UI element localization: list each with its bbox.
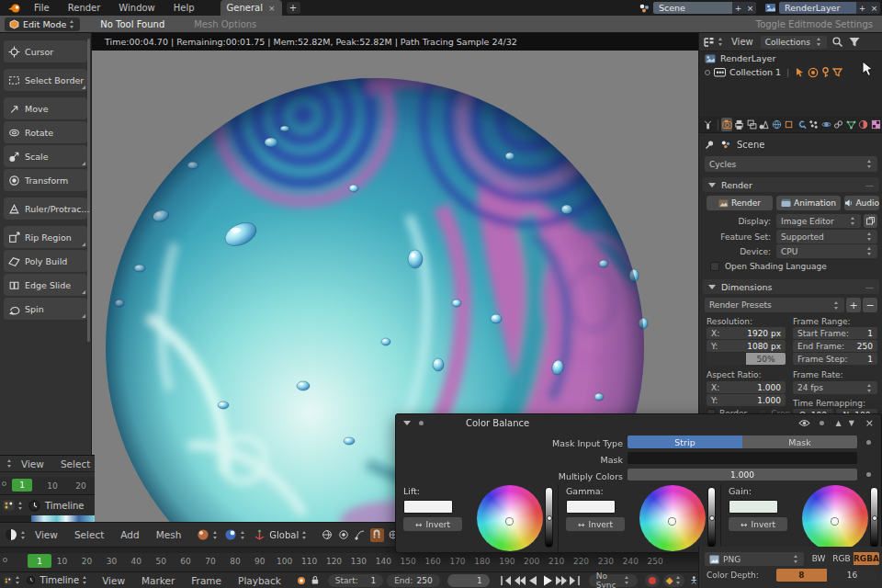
timeline-menu-frame[interactable]: Frame (183, 575, 230, 586)
file-format-dropdown[interactable]: PNG (705, 552, 804, 566)
render-layer-field[interactable]: RenderLayer (779, 2, 856, 14)
mode-selector[interactable]: Edit Mode (5, 17, 80, 31)
play-reverse-button[interactable] (526, 574, 540, 586)
pin-icon[interactable] (705, 140, 715, 150)
magnet-icon[interactable] (370, 528, 384, 542)
armature-icon[interactable] (690, 574, 698, 586)
gain-color-swatch[interactable] (729, 500, 778, 514)
current-frame-field[interactable]: 1 (447, 574, 490, 587)
depth-16-button[interactable]: 16 (827, 569, 877, 582)
resolution-percent-slider[interactable]: 50% (707, 353, 786, 365)
properties-tab-world[interactable] (771, 118, 783, 131)
properties-tab-object[interactable] (783, 118, 795, 131)
mask-input-strip-button[interactable]: Strip (628, 435, 742, 448)
mini-editor-label[interactable]: Timeline (45, 501, 85, 511)
keyframe-dot-icon[interactable] (866, 440, 871, 445)
editor-type-icon[interactable] (4, 575, 12, 586)
chevron-updown-icon[interactable] (82, 576, 88, 584)
gamma-value-slider[interactable] (707, 487, 716, 548)
tool-poly-build[interactable]: Poly Build (4, 250, 87, 272)
aspect-y-field[interactable]: Y:1.000 (707, 394, 786, 406)
display-dropdown[interactable]: Image Editor (776, 214, 861, 228)
bw-button[interactable]: BW (808, 552, 830, 565)
lift-invert-button[interactable]: ↔Invert (403, 517, 462, 531)
properties-tab-scene[interactable] (758, 118, 770, 131)
viewpoint-icon[interactable] (224, 528, 237, 541)
tool-edge-slide[interactable]: Edge Slide (4, 274, 87, 296)
multiply-colors-slider[interactable]: 1.000 (628, 469, 857, 481)
osl-checkbox[interactable] (710, 262, 719, 271)
shading-mode-icon[interactable] (197, 528, 209, 541)
dimensions-panel-header[interactable]: Dimensions — (703, 279, 879, 294)
sync-dropdown[interactable]: No Sync (589, 574, 638, 587)
timeline-menu-view[interactable]: View (94, 575, 133, 586)
holdout-key-icon[interactable] (821, 67, 830, 78)
breadcrumb-scene-label[interactable]: Scene (737, 140, 765, 150)
workspace-tab-general[interactable]: General × (220, 0, 282, 16)
tool-move[interactable]: Move (4, 97, 87, 119)
resolution-y-field[interactable]: Y:1080 px (707, 340, 786, 352)
tool-select-border[interactable]: Select Border (4, 69, 87, 91)
rgb-button[interactable]: RGB (830, 552, 854, 565)
unlink-layer-button[interactable]: × (868, 2, 880, 14)
lift-value-slider[interactable] (545, 487, 553, 548)
topbar-menu-file[interactable]: File (25, 3, 59, 13)
properties-tab-modifiers[interactable] (796, 118, 808, 131)
gain-value-slider[interactable] (870, 487, 878, 548)
end-frame-field[interactable]: End Frame:250 (793, 340, 877, 352)
gain-color-wheel[interactable] (802, 485, 868, 551)
chevron-updown-icon[interactable] (301, 531, 308, 539)
properties-tab-constraints[interactable] (832, 118, 844, 131)
lift-color-swatch[interactable] (403, 500, 453, 514)
filter-funnel-icon[interactable] (848, 36, 861, 48)
properties-tab-physics[interactable] (820, 118, 832, 131)
close-tab-icon[interactable]: × (268, 4, 276, 13)
panel-corner-dot-icon[interactable] (2, 481, 6, 486)
fps-dropdown[interactable]: 24 fps (793, 381, 877, 394)
aspect-x-field[interactable]: X:1.000 (707, 381, 786, 393)
chevron-updown-icon[interactable] (15, 576, 21, 584)
falloff-icon[interactable] (354, 528, 368, 542)
chevron-updown-icon[interactable] (6, 459, 13, 468)
timeline-menu-playback[interactable]: Playback (230, 575, 289, 586)
render-presets-dropdown[interactable]: Render Presets (705, 298, 844, 312)
tool-transform[interactable]: Transform (4, 169, 87, 191)
toolbar-scrollbar[interactable] (87, 39, 90, 342)
properties-tab-material[interactable] (857, 118, 869, 131)
viewport-editor-icon[interactable] (5, 528, 17, 541)
move-up-icon[interactable]: ▲ (835, 419, 841, 427)
mini-timeline-ruler[interactable]: 1 1020 (0, 471, 95, 494)
outliner-row-renderlayer[interactable]: RenderLayer (699, 51, 882, 65)
collapse-triangle-icon[interactable] (403, 421, 411, 425)
record-button[interactable] (645, 574, 660, 587)
play-button[interactable] (540, 574, 554, 586)
viewport-menu-add[interactable]: Add (112, 529, 147, 540)
keying-filter-icon[interactable] (297, 574, 306, 587)
mask-input-field[interactable] (628, 452, 857, 464)
start-frame-field[interactable]: Start Frame:1 (793, 327, 877, 339)
tool-ruler[interactable]: Ruler/Protrac... (4, 198, 87, 220)
keyframe-dot-icon[interactable] (866, 472, 871, 477)
current-frame-marker[interactable]: 1 (28, 554, 51, 568)
lock-icon[interactable] (311, 574, 319, 586)
tool-rotate[interactable]: Rotate (4, 121, 87, 143)
viewport-menu-view[interactable]: View (27, 529, 66, 540)
render-audio-button[interactable]: Audio (844, 196, 879, 210)
timeline-editor-label[interactable]: Timeline (40, 575, 80, 585)
properties-tab-particles[interactable] (808, 118, 820, 131)
chevron-updown-icon[interactable] (212, 531, 219, 539)
outliner-row-collection[interactable]: Collection 1 | (699, 65, 882, 79)
render-still-button[interactable]: Render (707, 196, 773, 210)
add-layer-button[interactable]: + (856, 2, 868, 14)
renderability-funnel-icon[interactable] (832, 68, 842, 77)
remove-preset-button[interactable]: − (863, 298, 877, 312)
properties-tab-output[interactable] (733, 118, 745, 131)
outliner-view-menu[interactable]: View (731, 37, 753, 47)
add-workspace-button[interactable]: + (287, 2, 300, 14)
tool-spin[interactable]: Spin (4, 298, 87, 320)
chevron-updown-icon[interactable] (718, 38, 724, 46)
search-icon[interactable] (831, 36, 843, 48)
disclosure-dot-icon[interactable] (705, 70, 710, 75)
depth-8-button[interactable]: 8 (776, 569, 827, 582)
chevron-updown-icon[interactable] (17, 502, 24, 510)
